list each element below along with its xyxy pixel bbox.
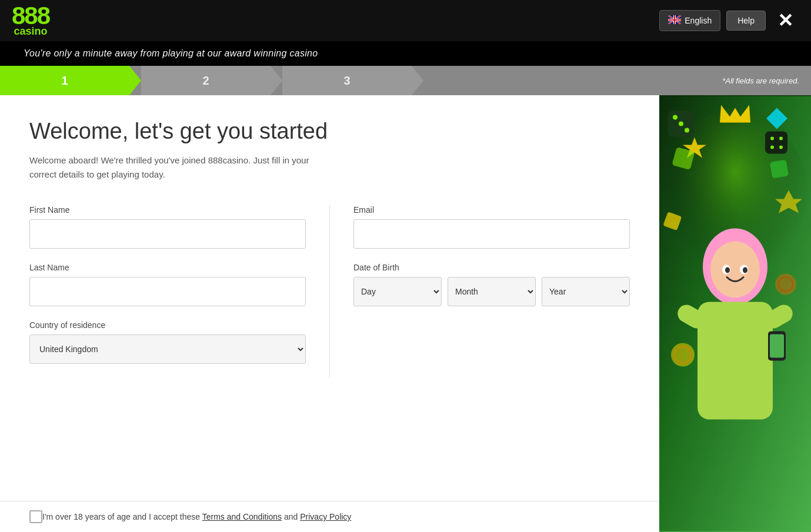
top-right-controls: English Help ✕	[659, 10, 799, 31]
step-2[interactable]: 2	[141, 66, 271, 95]
form-section: Welcome, let's get you started Welcome a…	[0, 95, 659, 501]
step-1[interactable]: 1	[0, 66, 129, 95]
logo-casino: casino	[12, 25, 49, 38]
step-2-arrow	[271, 66, 282, 95]
logo-888: 888	[12, 4, 49, 28]
terms-bar: I'm over 18 years of age and I accept th…	[0, 501, 659, 532]
top-bar: 888 casino	[0, 0, 811, 41]
terms-checkbox[interactable]	[29, 510, 42, 523]
required-note: *All fields are required.	[722, 66, 811, 95]
dob-group: Date of Birth Day 12345 678910 111213141…	[353, 263, 630, 306]
step-3-label: 3	[343, 74, 350, 88]
last-name-group: Last Name	[29, 263, 306, 306]
step-1-arrow	[129, 66, 141, 95]
svg-point-17	[779, 146, 783, 149]
first-name-group: First Name	[29, 205, 306, 249]
help-button[interactable]: Help	[726, 11, 766, 31]
tagline-text: You're only a minute away from playing a…	[24, 48, 318, 58]
language-label: English	[685, 16, 712, 25]
country-label: Country of residence	[29, 320, 306, 330]
last-name-input[interactable]	[29, 277, 306, 306]
form-columns: First Name Last Name Country of residenc…	[29, 205, 630, 378]
svg-point-35	[743, 267, 747, 273]
country-select[interactable]: United Kingdom United States Germany Fra…	[29, 334, 306, 364]
content-wrapper: Welcome, let's get you started Welcome a…	[0, 95, 811, 532]
dob-month-select[interactable]: Month JanuaryFebruaryMarch AprilMayJune …	[448, 277, 536, 306]
svg-point-26	[710, 242, 760, 298]
form-col-left: First Name Last Name Country of residenc…	[29, 205, 330, 378]
country-group: Country of residence United Kingdom Unit…	[29, 320, 306, 364]
terms-text: I'm over 18 years of age and I accept th…	[42, 512, 351, 521]
step-1-label: 1	[61, 74, 68, 88]
svg-point-34	[725, 267, 730, 273]
last-name-label: Last Name	[29, 263, 306, 272]
steps-bar: 1 2 3 *All fields are required.	[0, 66, 811, 95]
first-name-input[interactable]	[29, 219, 306, 249]
page-wrapper: 888 casino	[0, 0, 811, 532]
svg-point-13	[679, 122, 683, 126]
flag-icon	[668, 15, 681, 26]
dob-day-select[interactable]: Day 12345 678910 1112131415 1617181920 2…	[353, 277, 442, 306]
svg-rect-8	[668, 19, 681, 21]
svg-rect-27	[697, 302, 773, 420]
dob-year-select[interactable]: Year 2006200520042003 2000199519901985 1…	[542, 277, 630, 306]
terms-conditions-link[interactable]: Terms and Conditions	[202, 512, 282, 521]
svg-point-18	[770, 146, 774, 149]
step-2-label: 2	[202, 74, 209, 88]
first-name-label: First Name	[29, 205, 306, 215]
form-col-right: Email Date of Birth Day 12345 678910 111…	[330, 205, 630, 378]
email-group: Email	[353, 205, 630, 249]
welcome-subtitle: Welcome aboard! We're thrilled you've jo…	[29, 153, 335, 182]
dob-label: Date of Birth	[353, 263, 630, 272]
form-area: Welcome, let's get you started Welcome a…	[0, 95, 659, 532]
step-3-arrow	[412, 66, 423, 95]
svg-rect-15	[765, 132, 787, 154]
step-3[interactable]: 3	[282, 66, 412, 95]
svg-point-12	[673, 115, 677, 120]
logo: 888 casino	[12, 4, 49, 38]
email-label: Email	[353, 205, 630, 215]
svg-point-16	[770, 137, 774, 140]
email-input[interactable]	[353, 219, 630, 249]
privacy-policy-link[interactable]: Privacy Policy	[300, 512, 351, 521]
language-button[interactable]: English	[659, 10, 720, 31]
svg-point-14	[685, 128, 689, 133]
tagline-bar: You're only a minute away from playing a…	[0, 41, 811, 66]
svg-rect-24	[770, 159, 789, 178]
svg-rect-31	[770, 334, 784, 358]
promo-section	[659, 95, 811, 532]
welcome-title: Welcome, let's get you started	[29, 119, 630, 144]
svg-point-19	[779, 137, 783, 140]
dob-selects: Day 12345 678910 1112131415 1617181920 2…	[353, 277, 630, 306]
close-button[interactable]: ✕	[772, 11, 799, 30]
